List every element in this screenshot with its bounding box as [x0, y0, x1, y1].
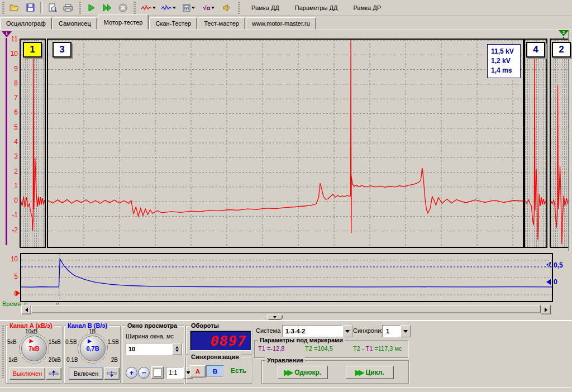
marker-1-flag[interactable]: 1 — [2, 31, 12, 37]
view-window-group: Окно просмотра Ширина окна, мс 10 + − 1:… — [122, 326, 184, 384]
tab-motor-tester[interactable]: Мотор-тестер — [98, 15, 149, 30]
kv-tick-label: -1 — [12, 211, 18, 219]
cylinder-segment-4[interactable]: 4 — [524, 39, 547, 248]
timeline-chart[interactable] — [20, 253, 553, 302]
start-button[interactable] — [84, 1, 99, 15]
menu-ramka-dd[interactable]: Рамка ДД — [246, 2, 285, 13]
kv-tick-label: -2 — [12, 226, 18, 234]
menu-ramka-dr[interactable]: Рамка ДР — [347, 2, 387, 13]
view-window-title: Окно просмотра — [126, 322, 179, 329]
sync-channel-a-button[interactable]: А — [190, 365, 206, 377]
channel-a-signal-button[interactable]: * — [139, 1, 158, 15]
motor-tester-app: { "toolbar": { "menu_items": [ {"label":… — [0, 0, 572, 392]
tab-scan-tester[interactable]: Скан-Тестер — [149, 17, 197, 30]
red-waveform-icon: * — [141, 4, 151, 11]
marker-1-line[interactable] — [6, 38, 7, 245]
sync-num-label: Синхрониз. — [353, 327, 385, 334]
play-icon — [88, 4, 95, 12]
calculator-button[interactable] — [179, 1, 198, 15]
channel-a-scale-15: 15кВ — [49, 339, 61, 345]
floppy-icon — [26, 3, 35, 12]
print-preview-button[interactable] — [45, 1, 60, 15]
rpm-group: Обороты двигателя 0897 — [185, 326, 252, 355]
save-button[interactable] — [23, 1, 37, 15]
open-file-button[interactable] — [7, 1, 22, 15]
zoom-in-button[interactable]: + — [126, 367, 137, 379]
channel-a-level-button[interactable] — [46, 367, 61, 380]
cylinder-segment-3[interactable]: 3 — [47, 39, 524, 248]
speaker-icon — [223, 4, 231, 12]
channel-b-range-value: 0,7В — [80, 336, 105, 361]
cylinder-label-3: 3 — [53, 42, 72, 58]
print-preview-icon — [48, 3, 57, 12]
marker-2-flag[interactable]: 2 — [559, 30, 569, 36]
spinner-buttons[interactable] — [172, 343, 182, 355]
channel-b-range-knob[interactable]: 0,7В — [80, 336, 106, 361]
printer-icon — [63, 4, 73, 12]
spark-voltage-value: 11,5 kV — [491, 47, 517, 56]
double-play-icon: ▶▶ — [355, 369, 362, 376]
channel-a-range-knob[interactable]: 7кВ — [21, 336, 47, 361]
channel-b-scale-01: 0.1В — [66, 357, 78, 363]
stop-button[interactable] — [116, 1, 130, 15]
collapse-panel-button[interactable] — [267, 314, 283, 320]
channel-a-range-value: 7кВ — [22, 336, 46, 361]
combo-arrow-button[interactable] — [401, 325, 411, 337]
dropdown-arrow-icon — [173, 7, 176, 9]
menu-parametry-dd[interactable]: Параметры ДД — [289, 2, 344, 13]
sqrt-alpha-icon: √α — [203, 4, 211, 11]
toolbar-drag-handle[interactable] — [238, 2, 240, 14]
t2-value: T2 =104,5 — [305, 345, 353, 352]
toolbar: * * √α Рамка ДД Параметры ДД Рамка ДР — [0, 0, 572, 16]
fast-forward-icon — [103, 4, 112, 12]
window-width-spinner[interactable]: 10 — [126, 343, 183, 355]
blue-waveform-icon: * — [161, 4, 171, 11]
kv-tick-label: 0 — [14, 197, 18, 204]
channel-a-scale-5: 5кВ — [7, 339, 17, 345]
sync-num-combo[interactable]: 1 — [382, 325, 411, 337]
cylinder-2-waveform — [551, 40, 569, 247]
tab-motor-master-site[interactable]: www.motor-master.ru — [246, 17, 316, 30]
scroll-right-button[interactable] — [541, 305, 551, 314]
channel-a-group: Канал А (кВ/э) 10кВ 5кВ 15кВ 1кВ 20кВ 7к… — [6, 326, 63, 384]
system-combo[interactable]: 1-3-4-2 — [282, 325, 353, 337]
toolbar-drag-handle[interactable] — [134, 2, 136, 14]
start-cycle-button[interactable] — [100, 1, 115, 15]
math-functions-button[interactable]: √α — [199, 1, 218, 15]
zoom-out-button[interactable]: − — [138, 367, 150, 379]
cycle-run-label: Цикл. — [366, 369, 384, 376]
new-page-button[interactable] — [151, 366, 164, 379]
channel-a-scale-1: 1кВ — [8, 357, 18, 363]
channel-b-level-button[interactable] — [104, 367, 120, 380]
kv-tick-label: 2 — [14, 168, 18, 175]
management-group: Управление ▶▶ Однокр. ▶▶ Цикл. — [261, 360, 409, 384]
panel-drag-handle[interactable] — [2, 326, 4, 379]
cylinder-segment-2[interactable]: 2 — [550, 39, 569, 248]
tab-test-master[interactable]: Тест-мастер — [198, 17, 245, 30]
sound-button[interactable] — [220, 1, 234, 15]
zero-level-arrow-icon[interactable] — [16, 290, 20, 296]
cycle-run-button[interactable]: ▶▶ Цикл. — [346, 366, 394, 379]
marker-params-title: Параметры под маркерами — [258, 337, 345, 343]
sync-channel-b-button[interactable]: В — [206, 365, 224, 377]
cylinder-segment-1[interactable]: 1 — [20, 39, 46, 248]
scrollbar-thumb[interactable] — [31, 305, 541, 313]
channel-b-signal-button[interactable]: * — [159, 1, 178, 15]
combo-arrow-button[interactable] — [342, 325, 352, 337]
kv-tick-label: 11 — [11, 35, 18, 43]
timeline-scrollbar[interactable] — [21, 305, 551, 313]
toolbar-drag-handle[interactable] — [79, 2, 81, 14]
cylinder-label-1: 1 — [23, 42, 42, 58]
single-run-label: Однокр. — [294, 369, 321, 376]
single-run-button[interactable]: ▶▶ Однокр. — [278, 366, 328, 379]
print-button[interactable] — [61, 1, 75, 15]
tab-recorder[interactable]: Самописец — [53, 17, 97, 30]
tab-oscillograph[interactable]: Осциллограф — [0, 17, 52, 30]
panel-edge — [568, 30, 570, 251]
channel-b-state-button[interactable]: Включен — [69, 367, 103, 380]
channel-a-state-button[interactable]: Выключен — [9, 367, 45, 380]
channel-b-zero-marker-icon[interactable] — [546, 279, 551, 285]
page-icon — [154, 368, 161, 377]
scroll-left-button[interactable] — [21, 305, 31, 314]
toolbar-drag-handle[interactable] — [2, 2, 4, 14]
